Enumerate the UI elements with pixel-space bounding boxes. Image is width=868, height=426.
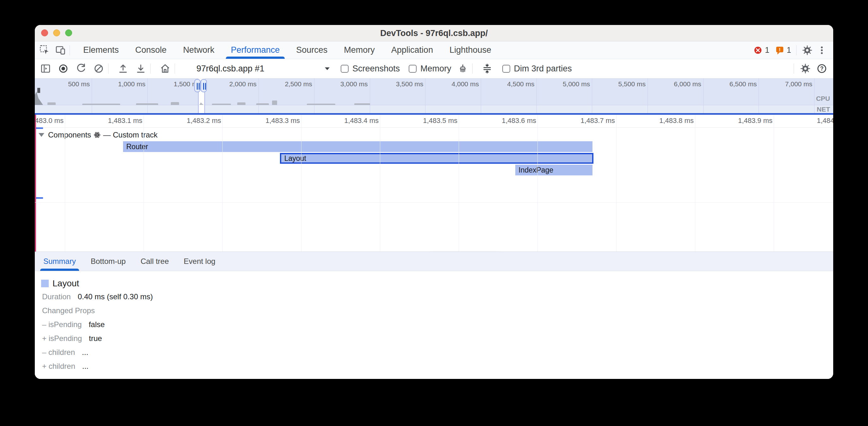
clear-icon[interactable] <box>92 62 105 75</box>
tabbar-right: 1 ! 1 <box>747 44 833 56</box>
cpu-activity <box>307 104 335 105</box>
capture-settings-gear-icon[interactable] <box>799 62 812 75</box>
overview-gridline <box>703 78 704 113</box>
collapse-arrows-icon[interactable] <box>481 62 493 75</box>
summary-row-value: 0.40 ms (self 0.30 ms) <box>78 292 153 301</box>
track-group-border <box>35 202 833 203</box>
flame-bar-router[interactable]: Router <box>123 141 592 152</box>
net-lane-label: NET <box>817 105 830 113</box>
window-edge-line <box>198 92 199 113</box>
details-tab-event-log[interactable]: Event log <box>184 252 215 271</box>
panel-tabs: ElementsConsoleNetworkPerformanceSources… <box>75 41 499 59</box>
overview-gridline <box>481 78 481 113</box>
track-edge-marker <box>36 197 43 199</box>
summary-row-label: + isPending <box>42 334 82 343</box>
details-tabbar: SummaryBottom-upCall treeEvent log <box>35 252 833 271</box>
details-tab-summary[interactable]: Summary <box>43 252 76 271</box>
divider <box>175 64 175 74</box>
window-resize-handle-right[interactable] <box>200 79 207 92</box>
tab-sources[interactable]: Sources <box>288 41 336 59</box>
memory-checkbox[interactable]: Memory <box>409 64 452 74</box>
kebab-menu-icon[interactable] <box>816 44 828 56</box>
overview-gridline <box>258 78 259 113</box>
flame-bar-indexpage[interactable]: IndexPage <box>515 165 592 175</box>
issue-icon: ! <box>775 45 784 55</box>
cpu-activity <box>48 102 56 105</box>
checkbox-box[interactable] <box>409 65 416 73</box>
ruler-tick-label: 1,484.0 ms <box>804 117 833 125</box>
memory-label: Memory <box>421 64 452 74</box>
toggle-sidebar-icon[interactable] <box>39 62 52 75</box>
tab-network[interactable]: Network <box>175 41 223 59</box>
left-edge-marker-line <box>35 115 36 252</box>
overview-gridline <box>536 78 537 113</box>
error-badge[interactable]: 1 <box>753 45 769 55</box>
overview-tick-label: 6,500 ms <box>709 80 757 88</box>
screenshots-checkbox[interactable]: Screenshots <box>341 64 400 74</box>
ruler-gridline <box>144 115 144 252</box>
ruler-gridline <box>774 115 774 252</box>
overview-gridline <box>92 78 92 113</box>
tab-elements[interactable]: Elements <box>75 41 127 59</box>
upload-profile-icon[interactable] <box>117 62 129 75</box>
overview-tick-label: 2,500 ms <box>265 80 312 88</box>
summary-row: – isPendingfalse <box>42 321 833 329</box>
tab-console[interactable]: Console <box>127 41 175 59</box>
home-icon[interactable] <box>159 62 172 75</box>
collect-garbage-icon[interactable] <box>457 62 469 75</box>
ruler-tick-label: 1,483.2 ms <box>174 117 221 125</box>
reload-record-icon[interactable] <box>75 62 87 75</box>
timeline-overview[interactable]: CPU NET 500 ms1,000 ms1,500 ms2,000 ms2,… <box>35 78 833 113</box>
flame-bar-layout[interactable]: Layout <box>280 153 593 164</box>
dim-3rd-parties-checkbox[interactable]: Dim 3rd parties <box>502 64 572 74</box>
event-color-swatch <box>41 280 49 287</box>
summary-row-label: + children <box>42 362 75 371</box>
cpu-activity <box>237 102 245 105</box>
toolbar-right: ? <box>790 62 833 75</box>
details-tab-bottom-up[interactable]: Bottom-up <box>91 252 126 271</box>
tab-memory[interactable]: Memory <box>336 41 383 59</box>
summary-row: Duration0.40 ms (self 0.30 ms) <box>42 293 833 301</box>
details-tab-call-tree[interactable]: Call tree <box>141 252 168 271</box>
checkbox-box[interactable] <box>341 65 349 73</box>
ruler-tick-label: 1,483.0 ms <box>35 117 64 125</box>
summary-title: Layout <box>53 278 79 289</box>
settings-gear-icon[interactable] <box>802 44 813 56</box>
tab-application[interactable]: Application <box>383 41 441 59</box>
overview-tick-label: 3,500 ms <box>376 80 423 88</box>
target-selector-value: 97r6ql.csb.app #1 <box>196 64 265 74</box>
divider <box>796 45 797 55</box>
overview-gridline <box>147 78 148 113</box>
checkbox-box[interactable] <box>502 65 510 73</box>
ruler-tick-label: 1,483.3 ms <box>252 117 300 125</box>
cpu-activity-spike <box>37 88 40 93</box>
ruler-gridline <box>616 115 617 252</box>
overview-tick-label: 5,500 ms <box>598 80 646 88</box>
tab-lighthouse[interactable]: Lighthouse <box>441 41 499 59</box>
divider <box>108 64 108 74</box>
overview-tick-label: 6,000 ms <box>654 80 701 88</box>
custom-track-header[interactable]: Components — Custom track <box>39 131 158 139</box>
screenshots-label: Screenshots <box>352 64 400 74</box>
issue-count: 1 <box>787 45 791 55</box>
download-profile-icon[interactable] <box>134 62 147 75</box>
collapse-triangle-icon[interactable] <box>39 133 44 137</box>
overview-gridline <box>814 78 814 113</box>
overview-gridline <box>758 78 759 113</box>
flame-chart-area[interactable]: Components — Custom track RouterLayoutIn… <box>35 115 833 252</box>
devtools-tabbar: ElementsConsoleNetworkPerformanceSources… <box>35 41 833 59</box>
record-icon[interactable] <box>57 62 70 75</box>
overview-gridline <box>592 78 592 113</box>
target-selector[interactable]: 97r6ql.csb.app #1 <box>189 62 332 75</box>
overview-tick-label: 5,000 ms <box>542 80 590 88</box>
window-resize-handle-left[interactable] <box>194 79 200 92</box>
device-toolbar-icon[interactable] <box>55 44 66 56</box>
svg-text:!: ! <box>779 47 781 52</box>
issues-badge[interactable]: ! 1 <box>775 45 791 55</box>
performance-toolbar: 97r6ql.csb.app #1 Screenshots Memory <box>35 59 833 78</box>
inspect-element-icon[interactable] <box>39 44 51 56</box>
ruler-gridline <box>380 115 380 252</box>
tab-performance[interactable]: Performance <box>223 41 288 59</box>
help-icon[interactable]: ? <box>815 62 828 75</box>
ruler-tick-label: 1,483.7 ms <box>567 117 615 125</box>
